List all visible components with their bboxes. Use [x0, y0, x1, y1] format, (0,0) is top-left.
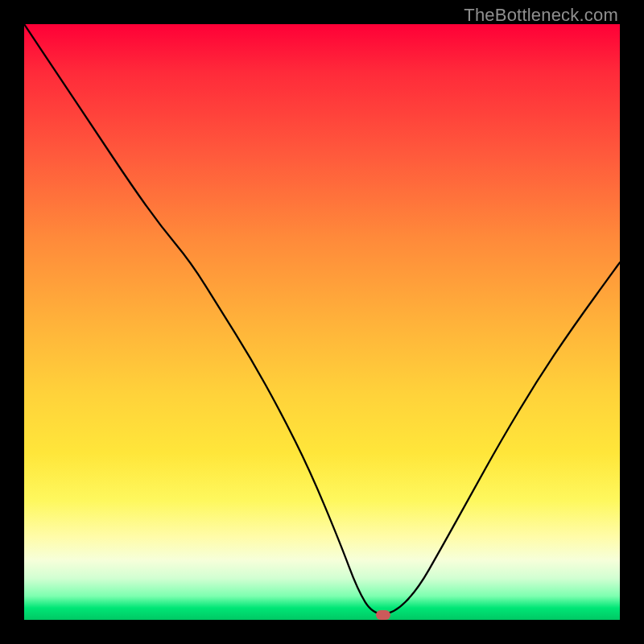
bottleneck-curve	[24, 24, 620, 614]
optimal-marker	[376, 610, 390, 620]
curve-svg	[24, 24, 620, 620]
watermark-text: TheBottleneck.com	[464, 5, 618, 26]
plot-area	[24, 24, 620, 620]
chart-frame: TheBottleneck.com	[0, 0, 644, 644]
